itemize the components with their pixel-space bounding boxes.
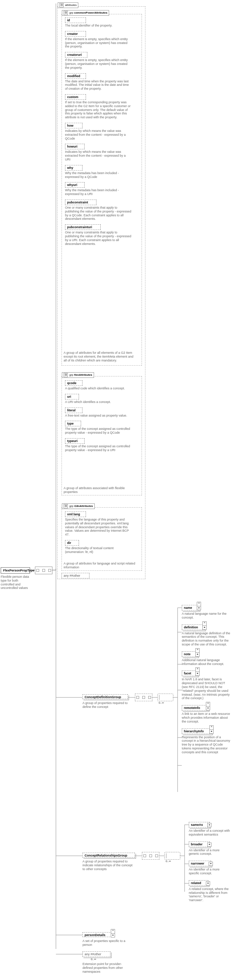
expand-icon[interactable]: + [202, 625, 207, 630]
expand-icon[interactable]: + [111, 933, 115, 937]
elem-desc: A link to an item or a web resource whic… [182, 712, 231, 723]
lines-icon: ≡ [195, 667, 200, 672]
lines-icon: ≡ [210, 725, 214, 730]
concept-def-group: ConceptDefinitionGroup [83, 694, 128, 699]
attr-item: how [65, 123, 83, 128]
elem: hierarchyInfo + ≡ [182, 729, 212, 734]
elem-desc: An identifier of a concept with equivale… [189, 829, 231, 837]
grp3-tab: ⊟ grp i18nAttributes [62, 503, 95, 509]
attr-item: literal [65, 407, 83, 413]
attr-desc: The date and time when the property was … [65, 80, 131, 91]
attr-desc: Indicates by which means the value was e… [65, 129, 131, 140]
attr-item: modified [65, 73, 86, 79]
attr-desc: A qualified code which identifies a conc… [65, 387, 131, 390]
elem-desc: A natural language definition of the sem… [182, 632, 231, 646]
any-other-attrs: any ##other [61, 573, 90, 578]
elem: sameAs + [189, 822, 210, 827]
grp2-tab: ⊟ grp flexAttributes [62, 372, 94, 378]
expand-icon[interactable]: + [210, 730, 214, 734]
grp3-name: i18nAttributes [74, 504, 93, 508]
attr-desc: The type of the concept assigned as cont… [65, 444, 131, 452]
person-details-desc: A set of properties specific to a person [83, 939, 128, 947]
expand-icon[interactable]: + [206, 706, 210, 710]
attr-desc: Specifies the language of this property … [65, 518, 131, 536]
grp2-name: flexAttributes [74, 373, 92, 376]
elem: name + ≡ [182, 605, 199, 611]
lines-icon: ≡ [206, 702, 210, 706]
attr-desc: If the element is empty, specifies which… [65, 37, 131, 48]
attr-item: pubconstraint [65, 200, 96, 205]
attr-desc: If set to true the corresponding propert… [65, 100, 131, 119]
expand-icon[interactable]: + [195, 652, 200, 657]
grp-label: grp [69, 373, 74, 376]
expand-icon[interactable]: + [206, 881, 210, 885]
grp-label: grp [69, 11, 74, 14]
attr-item: creatoruri [65, 52, 87, 57]
attr-item: whyuri [65, 182, 85, 188]
box-icon: ⊟ [64, 11, 68, 15]
attr-item: typeuri [65, 438, 85, 444]
elem-desc: Additional natural language information … [182, 658, 231, 666]
grp1-items: id The local identifier of the property.… [65, 18, 138, 249]
attr-desc: If the element is empty, specifies which… [65, 58, 131, 69]
attr-tab-label: attributes [65, 3, 77, 6]
attr-item: id [65, 18, 86, 23]
elem: note + ≡ [182, 651, 198, 657]
root-label: FlexPersonPropType [3, 569, 34, 572]
expand-icon[interactable]: + [207, 843, 211, 847]
elem: remoteInfo + ≡ [182, 705, 208, 711]
elem-desc: A natural language name for the concept. [182, 612, 231, 620]
attributes-tab: ⊟ attributes [58, 2, 78, 8]
elem: broader + [189, 842, 210, 847]
elem: narrower + [189, 861, 211, 866]
concept-rel-desc: A group of properties required to indica… [83, 860, 135, 871]
elem: definition + ≡ [182, 625, 205, 630]
attr-desc: One or many constraints that apply to pu… [65, 231, 131, 246]
elem-desc: In NAR 1.8 and later, facet is deprecate… [182, 678, 231, 700]
expand-icon[interactable]: + [209, 862, 213, 866]
attr-item: type [65, 421, 81, 426]
grp2-items: qcode A qualified code which identifies … [65, 380, 138, 456]
attr-desc: Why the metadata has been included - exp… [65, 188, 131, 196]
elem-desc: An identifier of a more specific concept… [189, 868, 231, 875]
choice-compositor [164, 852, 180, 860]
elem-desc: An identifier of a more generic concept. [189, 848, 231, 856]
attr-desc: A free-text value assigned as property v… [65, 414, 131, 418]
cd-items: name + ≡ A natural language name for the… [182, 605, 234, 759]
choice-compositor [157, 694, 173, 701]
attr-desc: Why the metadata has been included - exp… [65, 171, 131, 179]
occur: 0..∞ [159, 701, 164, 705]
expand-icon[interactable]: + [207, 823, 211, 827]
attr-item: howuri [65, 144, 85, 149]
expand-icon[interactable]: + [195, 671, 200, 676]
box-icon: ⊟ [59, 3, 64, 7]
cr-items: sameAs + An identifier of a concept with… [189, 822, 234, 907]
grp3-footer: A group of attributes for language and s… [64, 562, 137, 570]
attr-item: creator [65, 31, 86, 37]
sequence-compositor [142, 852, 159, 860]
lines-icon: ≡ [195, 648, 200, 653]
attr-item: custom [65, 94, 86, 100]
attr-item: dir [65, 540, 79, 546]
concept-rel-group: ConceptRelationshipsGroup [83, 853, 135, 858]
attr-desc: The local identifier of the property. [65, 24, 131, 27]
sequence-compositor [135, 694, 152, 701]
concept-def-desc: A group of properties required to define… [83, 701, 131, 709]
attr-desc: Indicates by which means the value was e… [65, 150, 131, 161]
attr-item: pubconstrainturi [65, 224, 101, 230]
elem: facet + ≡ [182, 671, 198, 676]
lines-icon: ≡ [197, 602, 201, 606]
lines-icon: ≡ [202, 621, 207, 626]
grp2-footer: A group of attributes associated with fl… [64, 486, 137, 494]
attr-item: uri [65, 394, 79, 399]
lines-icon: ≡ [111, 929, 115, 934]
any-other-ext: any ##other [83, 951, 110, 957]
box-icon: ⊟ [64, 373, 68, 377]
occur: 0..∞ [91, 958, 96, 961]
person-details: personDetails + ≡ [83, 932, 113, 937]
any-other-desc: Extension point for provider-defined pro… [83, 962, 131, 974]
expand-icon[interactable]: + [197, 606, 201, 610]
root-type: FlexPersonPropType [1, 567, 30, 574]
grp3-items: xml:lang Specifies the language of this … [65, 511, 138, 557]
grp1-tab: ⊟ grp commonPowerAttributes [62, 10, 109, 16]
